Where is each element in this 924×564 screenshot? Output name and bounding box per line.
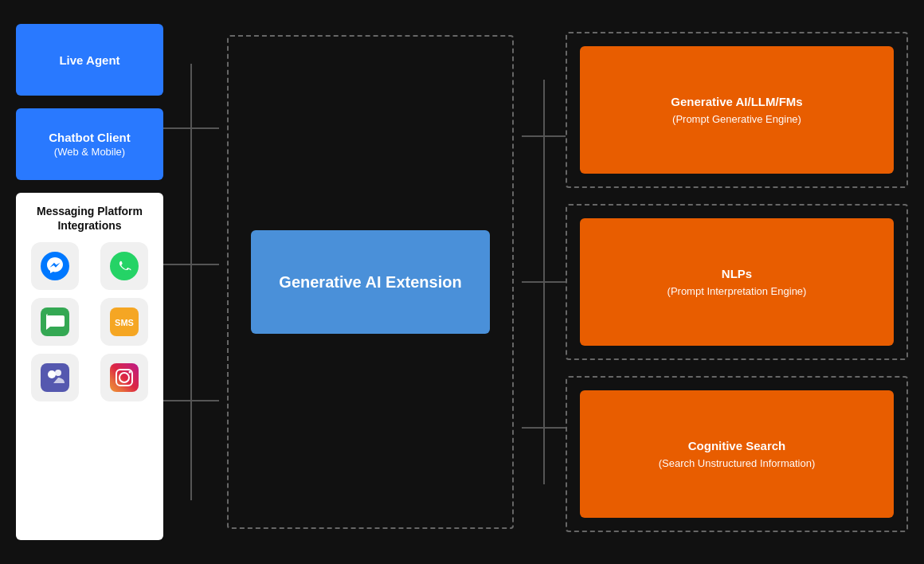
gen-ai-llm-title: Generative AI/LLM/FMs — [671, 93, 802, 112]
cognitive-search-title: Cognitive Search — [688, 437, 786, 456]
live-agent-label: Live Agent — [59, 53, 119, 67]
messaging-platform-box: Messaging Platform Integrations — [16, 193, 163, 540]
gen-ai-llm-section: Generative AI/LLM/FMs (Prompt Generative… — [566, 32, 908, 188]
svg-point-6 — [55, 370, 61, 376]
chatbot-client-label: Chatbot Client — [49, 131, 131, 144]
nlps-box: NLPs (Prompt Interpretation Engine) — [580, 218, 894, 346]
instagram-icon-cell — [100, 354, 148, 401]
instagram-icon — [110, 363, 139, 392]
chatbot-client-subtitle: (Web & Mobile) — [54, 146, 125, 158]
center-column: Generative AI Extension — [219, 24, 522, 540]
svg-rect-5 — [41, 363, 69, 392]
cognitive-search-section: Cognitive Search (Search Unstructured In… — [566, 376, 908, 532]
svg-text:SMS: SMS — [115, 318, 134, 327]
cognitive-search-subtitle: (Search Unstructured Information) — [659, 456, 816, 472]
chat-icon-cell — [31, 298, 79, 346]
architecture-diagram: Live Agent Chatbot Client (Web & Mobile)… — [0, 0, 924, 564]
left-column: Live Agent Chatbot Client (Web & Mobile)… — [16, 24, 163, 540]
gen-ai-extension-box: Generative AI Extension — [251, 230, 490, 334]
center-dashed-box: Generative AI Extension — [227, 35, 514, 529]
nlps-title: NLPs — [722, 265, 752, 284]
chatbot-client-box: Chatbot Client (Web & Mobile) — [16, 108, 163, 180]
messenger-icon-cell — [31, 242, 79, 290]
svg-rect-8 — [110, 363, 139, 392]
gen-ai-llm-box: Generative AI/LLM/FMs (Prompt Generative… — [580, 46, 894, 174]
gen-ai-extension-label: Generative AI Extension — [279, 273, 461, 292]
chat-icon — [41, 307, 69, 336]
teams-icon — [41, 363, 69, 392]
teams-icon-cell — [31, 354, 79, 401]
svg-point-0 — [41, 252, 69, 280]
cognitive-search-box: Cognitive Search (Search Unstructured In… — [580, 390, 894, 518]
svg-point-7 — [48, 370, 56, 378]
nlps-section: NLPs (Prompt Interpretation Engine) — [566, 204, 908, 360]
whatsapp-icon — [110, 252, 139, 280]
gen-ai-llm-subtitle: (Prompt Generative Engine) — [672, 112, 801, 127]
live-agent-box: Live Agent — [16, 24, 163, 96]
sms-icon-cell: SMS — [100, 298, 148, 346]
messaging-title: Messaging Platform Integrations — [24, 204, 155, 233]
sms-icon: SMS — [110, 307, 139, 336]
right-column: Generative AI/LLM/FMs (Prompt Generative… — [566, 24, 908, 540]
messenger-icon — [41, 252, 69, 280]
messaging-icon-grid: SMS — [24, 242, 155, 401]
whatsapp-icon-cell — [100, 242, 148, 290]
nlps-subtitle: (Prompt Interpretation Engine) — [668, 284, 807, 300]
